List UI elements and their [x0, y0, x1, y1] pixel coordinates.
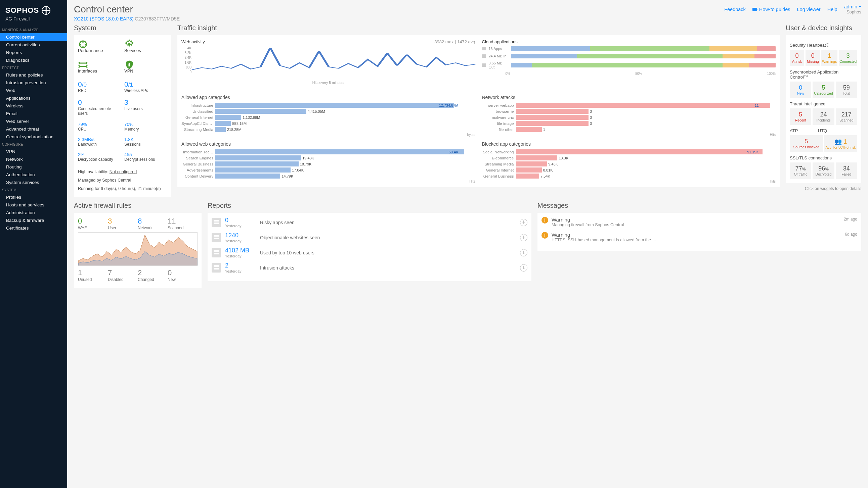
blocked-apps-widget[interactable]: Blocked app categoriesSocial Networking9…	[482, 137, 776, 183]
fw-stat[interactable]: 11Scanned	[167, 217, 197, 230]
nav-item-profiles[interactable]: Profiles	[0, 193, 67, 201]
allowed-web-widget[interactable]: Allowed web categoriesInformation Tec…59…	[181, 137, 475, 183]
report-row[interactable]: 0YesterdayRisky apps seen	[212, 217, 527, 228]
report-row[interactable]: 1240YesterdayObjectionable websites seen	[212, 232, 527, 243]
metric-red[interactable]: 0/0RED	[78, 80, 121, 93]
insight-tile[interactable]: 96%Decrypted	[813, 162, 834, 179]
nav-item-diagnostics[interactable]: Diagnostics	[0, 56, 67, 64]
bar-row[interactable]: General Internet8.01K	[482, 167, 776, 172]
nav-item-current-activities[interactable]: Current activities	[0, 41, 67, 49]
bar-row[interactable]: file-other1	[482, 127, 776, 132]
nav-item-applications[interactable]: Applications	[0, 94, 67, 102]
nav-item-vpn[interactable]: VPN	[0, 148, 67, 155]
nav-item-system-services[interactable]: System services	[0, 178, 67, 186]
nav-item-reports[interactable]: Reports	[0, 49, 67, 56]
bar-row[interactable]: Search Engines19.43K	[181, 155, 475, 160]
metric-decryption-capacity[interactable]: 2%Decryption capacity	[78, 152, 121, 162]
help-link[interactable]: Help	[827, 7, 837, 12]
user-menu[interactable]: admin Sophos	[844, 4, 862, 14]
report-row[interactable]: 4102 MBYesterdayUsed by top 10 web users	[212, 247, 527, 258]
ha-value[interactable]: Not configured	[110, 169, 137, 174]
bar-row[interactable]: browser-ie3	[482, 109, 776, 114]
insight-tile[interactable]: 24Incidents	[813, 108, 834, 125]
nav-item-advanced-threat[interactable]: Advanced threat	[0, 125, 67, 133]
fw-stat[interactable]: 2Changed	[138, 268, 167, 282]
allowed-apps-widget[interactable]: Allowed app categoriesInfrastructure12,7…	[181, 90, 475, 137]
bar-row[interactable]: Content Delivery14.79K	[181, 173, 475, 178]
nav-item-authentication[interactable]: Authentication	[0, 171, 67, 178]
report-row[interactable]: 2YesterdayIntrusion attacks	[212, 262, 527, 273]
insight-tile[interactable]: 👥 1Acc. for 80% of risk	[824, 135, 858, 152]
bar-row[interactable]: malware-cnc3	[482, 115, 776, 120]
fw-stat[interactable]: 8Network	[138, 217, 167, 230]
nav-item-control-center[interactable]: Control center	[0, 33, 67, 41]
system-interfaces-tile[interactable]: Interfaces	[78, 60, 121, 73]
firewall-chart[interactable]	[78, 232, 197, 266]
metric-memory[interactable]: 70%Memory	[124, 122, 167, 132]
insight-tile[interactable]: 0New	[790, 82, 811, 98]
insight-tile[interactable]: 5Recent	[790, 108, 811, 125]
bar-row[interactable]: Streaming Media9.43K	[482, 161, 776, 166]
metric-bandwidth[interactable]: 2.3MB/sBandwidth	[78, 137, 121, 147]
nav-item-administration[interactable]: Administration	[0, 209, 67, 217]
nav-item-intrusion-prevention[interactable]: Intrusion prevention	[0, 79, 67, 87]
nav-item-email[interactable]: Email	[0, 110, 67, 118]
logo[interactable]: SOPHOS	[0, 3, 67, 16]
fw-stat[interactable]: 0New	[167, 268, 197, 282]
nav-item-web[interactable]: Web	[0, 87, 67, 94]
metric-live-users[interactable]: 3Live users	[124, 98, 167, 116]
bar-row[interactable]: Infrastructure12,734.87M	[181, 103, 475, 108]
fw-stat[interactable]: 1Unused	[78, 268, 108, 282]
download-icon[interactable]	[520, 264, 527, 271]
bar-row[interactable]: server-webapp11	[482, 103, 776, 108]
nav-item-network[interactable]: Network	[0, 155, 67, 163]
system-performance-tile[interactable]: Performance	[78, 39, 121, 53]
bar-row[interactable]: SyncAppCtl Disc…558.15M	[181, 121, 475, 126]
download-icon[interactable]	[520, 219, 527, 226]
logviewer-link[interactable]: Log viewer	[797, 7, 820, 12]
feedback-link[interactable]: Feedback	[724, 7, 746, 12]
insight-tile[interactable]: 0At risk	[790, 50, 804, 66]
bar-row[interactable]: General Internet1,132.99M	[181, 115, 475, 120]
metric-sessions[interactable]: 1.8KSessions	[124, 137, 167, 147]
bar-row[interactable]: General Business7.54K	[482, 173, 776, 178]
bar-row[interactable]: Streaming Media218.25M	[181, 127, 475, 132]
device-model[interactable]: XG210 (SFOS 18.0.0 EAP3)	[74, 16, 133, 22]
fw-stat[interactable]: 7Disabled	[108, 268, 138, 282]
cloud-apps-widget[interactable]: Cloud applications 16 Apps24.4 MB In3.55…	[482, 39, 776, 85]
metric-connected-remote-users[interactable]: 0Connected remote users	[78, 98, 121, 116]
bar-row[interactable]: Advertisements17.04K	[181, 167, 475, 172]
bar-row[interactable]: E-commerce13.3K	[482, 155, 776, 160]
insight-tile[interactable]: 1Warnings	[821, 50, 837, 66]
bar-row[interactable]: Unclassified4,415.05M	[181, 109, 475, 114]
bar-row[interactable]: Information Tec…59.4K	[181, 149, 475, 154]
fw-stat[interactable]: 3User	[108, 217, 138, 230]
insight-tile[interactable]: 3Connected	[839, 50, 857, 66]
nav-item-web-server[interactable]: Web server	[0, 118, 67, 125]
web-activity-widget[interactable]: Web activity 3982 max | 1472 avg 4K3.2K2…	[181, 39, 475, 85]
nav-item-wireless[interactable]: Wireless	[0, 102, 67, 110]
metric-wireless-aps[interactable]: 0/1Wireless APs	[124, 80, 167, 93]
insight-tile[interactable]: 5Categorized	[813, 82, 834, 98]
insight-tile[interactable]: 5Sources blocked	[790, 135, 823, 152]
metric-cpu[interactable]: 79%CPU	[78, 122, 121, 132]
nav-item-routing[interactable]: Routing	[0, 163, 67, 171]
insight-tile[interactable]: 77%Of traffic	[790, 162, 811, 179]
insight-tile[interactable]: 34Failed	[836, 162, 857, 179]
metric-decrypt-sessions[interactable]: 455Decrypt sessions	[124, 152, 167, 162]
nav-item-hosts-and-services[interactable]: Hosts and services	[0, 201, 67, 209]
bar-row[interactable]: Social Networking91.19K	[482, 149, 776, 154]
bar-row[interactable]: General Business18.79K	[181, 161, 475, 166]
message-row[interactable]: !WarningManaging firewall from Sophos Ce…	[541, 217, 857, 227]
bar-row[interactable]: file-image3	[482, 121, 776, 126]
nav-item-rules-and-policies[interactable]: Rules and policies	[0, 71, 67, 79]
nav-item-backup-firmware[interactable]: Backup & firmware	[0, 217, 67, 224]
download-icon[interactable]	[520, 249, 527, 256]
download-icon[interactable]	[520, 234, 527, 241]
fw-stat[interactable]: 0WAF	[78, 217, 108, 230]
howto-link[interactable]: How-to guides	[752, 7, 790, 12]
insight-tile[interactable]: 217Scanned	[836, 108, 857, 125]
message-row[interactable]: !WarningHTTPS, SSH-based management is a…	[541, 232, 857, 242]
system-vpn-tile[interactable]: VPN	[124, 60, 167, 73]
insight-tile[interactable]: 59Total	[836, 82, 857, 98]
